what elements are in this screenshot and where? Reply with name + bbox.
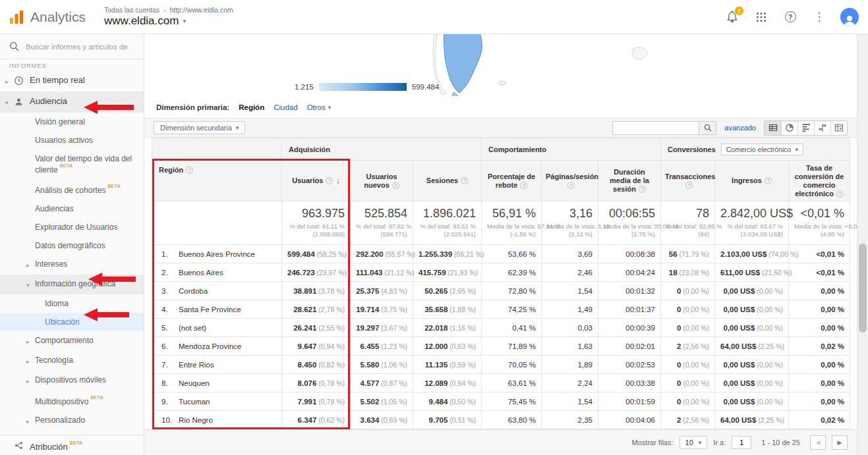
table-row[interactable]: 6.Mendoza Province9.647 (0,94 %)6.455 (1… (152, 337, 850, 356)
sidebar-item-dispositivos-moviles[interactable]: ▸Dispositivos móviles (0, 371, 144, 390)
column-header[interactable]: Sesiones? (413, 161, 482, 201)
metric-cell: 38.891 (3,78 %) (282, 282, 351, 300)
performance-view-icon[interactable] (797, 121, 814, 135)
next-page-button[interactable]: ▶ (832, 435, 848, 450)
sidebar-item-explorador-usuarios[interactable]: Explorador de Usuarios (0, 218, 144, 236)
more-menu-button[interactable]: ⋮ (811, 9, 827, 25)
region-cell[interactable]: 6.Mendoza Province (152, 337, 282, 356)
column-header[interactable]: Páginas/sesión? (542, 161, 598, 201)
summary-cell: 56,91 %Media de la vista: 57,81 %(-1,56 … (482, 201, 542, 245)
region-cell[interactable]: 5.(not set) (152, 319, 282, 337)
percentage-view-icon[interactable] (781, 121, 797, 135)
breadcrumb-accounts[interactable]: Todas las cuentas (104, 6, 159, 14)
table-row[interactable]: 7.Entre Rios8.450 (0,82 %)5.580 (1,06 %)… (152, 356, 850, 374)
search-input[interactable] (26, 43, 131, 51)
column-header[interactable]: Tasa de conversión de comercio electróni… (789, 161, 850, 201)
help-icon[interactable]: ? (685, 182, 693, 189)
column-header[interactable]: Usuarios nuevos? (351, 161, 413, 201)
sidebar-item-atribucion[interactable]: AtribuciónBETA (0, 435, 144, 455)
column-header[interactable]: Usuarios?↓ (282, 161, 351, 201)
help-button[interactable]: ? (782, 9, 798, 25)
sidebar-item-multidispositivo[interactable]: MultidispositivoBETA (0, 390, 144, 411)
help-icon[interactable]: ? (326, 177, 333, 184)
column-header[interactable]: Transacciones? (661, 161, 715, 201)
table-search-input[interactable] (612, 121, 699, 135)
region-cell[interactable]: 7.Entre Rios (152, 356, 282, 374)
dimension-other-dropdown[interactable]: Otros ▾ (307, 103, 332, 111)
help-icon[interactable]: ? (392, 182, 399, 189)
sidebar-item-datos-demograficos[interactable]: Datos demográficos (0, 236, 144, 255)
regions-data-table: Adquisición Comportamiento Conversiones … (152, 138, 850, 429)
table-toolbar: Dimensión secundaria ▾ avanzado (144, 118, 857, 138)
table-row[interactable]: 2.Buenos Aires246.723 (23,97 %)111.043 (… (152, 263, 850, 282)
sidebar-item-vision-general[interactable]: Visión general (0, 113, 144, 131)
ecommerce-selector[interactable]: Comercio electrónico ▾ (721, 144, 803, 155)
metric-cell: 0,00 % (789, 374, 850, 392)
table-search-button[interactable] (699, 121, 716, 135)
apps-grid-button[interactable] (753, 9, 769, 25)
pivot-view-icon[interactable] (830, 121, 847, 135)
column-header[interactable]: Duración media de la sesión? (598, 161, 661, 201)
sidebar-item-informacion-geografica[interactable]: ▾Información geográfica (0, 275, 144, 294)
table-row[interactable]: 5.(not set)26.241 (2,55 %)19.297 (3,67 %… (152, 319, 850, 337)
dimension-city-link[interactable]: Ciudad (274, 103, 297, 111)
region-cell[interactable]: 3.Cordoba (152, 282, 282, 300)
sidebar-item-label: Análisis de cohortesBETA (35, 184, 141, 195)
column-header[interactable]: Ingresos? (715, 161, 789, 201)
table-row[interactable]: 10.Rio Negro6.347 (0,62 %)3.634 (0,69 %)… (152, 411, 850, 429)
help-icon[interactable]: ? (186, 167, 193, 174)
region-cell[interactable]: 4.Santa Fe Province (152, 300, 282, 319)
sidebar-item-en-tiempo-real[interactable]: ▸En tiempo real (0, 70, 144, 92)
analytics-logo[interactable]: Analytics (8, 9, 86, 26)
page-scrollbar[interactable] (857, 34, 868, 455)
help-icon[interactable]: ? (520, 182, 527, 189)
table-row[interactable]: 3.Cordoba38.891 (3,78 %)25.375 (4,83 %)5… (152, 282, 850, 300)
region-cell[interactable]: 2.Buenos Aires (152, 263, 282, 282)
help-icon[interactable]: ? (765, 177, 772, 184)
advanced-search-link[interactable]: avanzado (724, 124, 756, 132)
secondary-dimension-button[interactable]: Dimensión secundaria ▾ (154, 121, 245, 134)
help-icon[interactable]: ? (639, 186, 646, 193)
sidebar-item-comportamiento[interactable]: ▸Comportamiento (0, 331, 144, 351)
geo-map[interactable]: 1.215 599.484 (144, 34, 857, 96)
breadcrumb-property[interactable]: http://www.eldia.com (169, 6, 233, 14)
sidebar-item-ubicacion[interactable]: Ubicación (0, 313, 144, 331)
help-icon[interactable]: ? (461, 177, 468, 184)
sidebar-search[interactable] (0, 34, 144, 59)
sidebar-item-tecnologia[interactable]: ▸Tecnología (0, 351, 144, 371)
goto-page-input[interactable] (732, 436, 751, 449)
table-row[interactable]: 4.Santa Fe Province28.621 (2,78 %)19.714… (152, 300, 850, 319)
rows-per-page-select[interactable]: 10 ▾ (680, 436, 708, 449)
comparison-view-icon[interactable] (814, 121, 830, 135)
metric-cell: 5.580 (1,06 %) (351, 356, 413, 374)
user-avatar[interactable] (840, 8, 859, 26)
dimension-region-selected[interactable]: Región (239, 103, 264, 111)
region-cell[interactable]: 8.Neuquen (152, 374, 282, 392)
sidebar-item-personalizado[interactable]: ▸Personalizado (0, 411, 144, 431)
sidebar-item-audiencias[interactable]: Audiencias (0, 200, 144, 218)
account-selector[interactable]: www.eldia.com ▾ (104, 14, 233, 28)
notifications-button[interactable]: 2 (724, 9, 740, 25)
sidebar-item-audiencia[interactable]: ▾Audiencia (0, 92, 144, 113)
help-icon[interactable]: ? (567, 182, 575, 189)
previous-page-button[interactable]: ◀ (810, 435, 826, 450)
column-header-region[interactable]: Región? (152, 161, 282, 201)
sidebar-item-analisis-cohortes[interactable]: Análisis de cohortesBETA (0, 179, 144, 200)
scrollbar-thumb[interactable] (859, 244, 867, 333)
region-cell[interactable]: 9.Tucuman (152, 392, 282, 411)
summary-cell: <0,01 %Media de la vista: <0,01 %(4,80 %… (789, 201, 850, 245)
sidebar-item-idioma[interactable]: Idioma (0, 294, 144, 313)
metric-cell: 4.577 (0,87 %) (351, 374, 413, 392)
help-icon[interactable]: ? (836, 190, 844, 198)
table-row[interactable]: 9.Tucuman7.991 (0,78 %)5.502 (1,05 %)9.4… (152, 392, 850, 411)
sidebar-item-valor-tiempo-vida[interactable]: Valor del tiempo de vida del clienteBETA (0, 149, 144, 179)
region-cell[interactable]: 10.Rio Negro (152, 411, 282, 429)
region-cell[interactable]: 1.Buenos Aires Province (152, 245, 282, 263)
sidebar-item-usuarios-activos[interactable]: Usuarios activos (0, 131, 144, 149)
sidebar-item-intereses[interactable]: ▸Intereses (0, 255, 144, 275)
table-view-icon[interactable] (765, 121, 781, 135)
goto-label: Ir a: (713, 439, 726, 446)
table-row[interactable]: 8.Neuquen8.076 (0,78 %)4.577 (0,87 %)12.… (152, 374, 850, 392)
column-header[interactable]: Porcentaje de rebote? (482, 161, 542, 201)
table-row[interactable]: 1.Buenos Aires Province599.484 (58,25 %)… (152, 245, 850, 263)
